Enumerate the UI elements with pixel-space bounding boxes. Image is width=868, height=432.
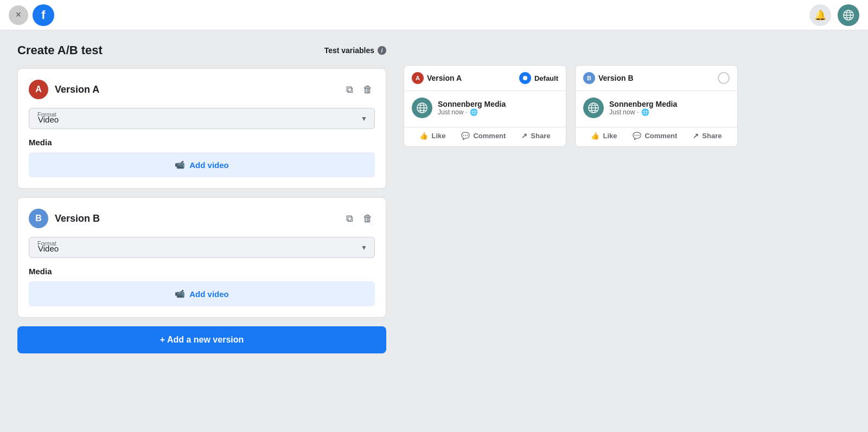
version-a-delete-button[interactable]: 🗑	[361, 82, 375, 98]
share-icon-b: ↗	[693, 132, 699, 140]
version-b-add-video-button[interactable]: 📹 Add video	[29, 281, 375, 306]
info-icon: i	[378, 46, 386, 55]
version-b-format-select[interactable]: Video Image Carousel	[29, 237, 375, 258]
version-b-name: Version B	[55, 213, 344, 224]
post-info-b: Sonnenberg Media Just now · 🌐	[609, 100, 677, 116]
close-button[interactable]: ×	[9, 5, 28, 25]
version-a-name: Version A	[55, 84, 344, 95]
preview-a-actions: 👍 Like 💬 Comment ↗ Share	[404, 127, 566, 146]
preview-b-comment[interactable]: 💬 Comment	[633, 132, 677, 140]
main-content: Create A/B test Test variables i A Versi…	[0, 30, 868, 432]
comment-label-a: Comment	[473, 132, 506, 140]
trash-icon: 🗑	[363, 84, 373, 95]
preview-b-badge: B	[583, 72, 595, 84]
version-b-delete-button[interactable]: 🗑	[361, 211, 375, 227]
default-circle-icon	[519, 72, 531, 84]
test-variables-button[interactable]: Test variables i	[324, 46, 386, 55]
version-b-header: B Version B ⧉ 🗑	[29, 209, 375, 228]
post-globe-icon-b	[588, 102, 599, 114]
page-header: Create A/B test Test variables i	[17, 43, 386, 57]
preview-a-default-label: Default	[534, 74, 558, 82]
version-a-add-video-label: Add video	[189, 160, 229, 170]
preview-b-actions: 👍 Like 💬 Comment ↗ Share	[576, 127, 737, 146]
version-b-format-wrap: Format Video Image Carousel ▼	[29, 237, 375, 258]
preview-a-default-badge: Default	[519, 72, 558, 84]
version-b-media-label: Media	[29, 267, 375, 276]
right-panel: A Version A Default	[404, 43, 851, 419]
user-avatar[interactable]	[838, 4, 859, 26]
preview-card-b-header: B Version B	[576, 66, 737, 91]
version-a-format-wrap: Format Video Image Carousel ▼	[29, 108, 375, 129]
preview-b-version-indicator: B Version B	[583, 72, 634, 84]
share-label-b: Share	[702, 132, 722, 140]
preview-b-like[interactable]: 👍 Like	[591, 132, 617, 140]
duplicate-icon-b: ⧉	[346, 213, 353, 224]
left-panel: Create A/B test Test variables i A Versi…	[17, 43, 386, 419]
preview-a-comment[interactable]: 💬 Comment	[461, 132, 506, 140]
add-new-version-label: + Add a new version	[160, 335, 244, 345]
preview-a-share[interactable]: ↗ Share	[521, 132, 550, 140]
preview-a-like[interactable]: 👍 Like	[419, 132, 445, 140]
post-meta-b: Just now · 🌐	[609, 108, 677, 116]
preview-b-select-default[interactable]	[718, 72, 730, 84]
globe-small-icon-b: 🌐	[641, 108, 649, 116]
version-a-media-label: Media	[29, 138, 375, 147]
globe-icon	[843, 9, 854, 21]
video-plus-icon-b: 📹	[175, 289, 185, 299]
notifications-button[interactable]: 🔔	[809, 4, 831, 26]
preview-b-share[interactable]: ↗ Share	[693, 132, 722, 140]
video-plus-icon: 📹	[175, 160, 185, 170]
version-a-header: A Version A ⧉ 🗑	[29, 80, 375, 99]
preview-a-post-header: Sonnenberg Media Just now · 🌐	[404, 91, 566, 122]
add-new-version-button[interactable]: + Add a new version	[17, 326, 386, 353]
preview-card-a-header: A Version A Default	[404, 66, 566, 91]
post-globe-icon-a	[416, 102, 428, 114]
version-b-add-video-label: Add video	[189, 289, 229, 299]
post-meta-a: Just now · 🌐	[438, 108, 506, 116]
version-b-actions: ⧉ 🗑	[344, 211, 375, 227]
version-a-badge: A	[29, 80, 48, 99]
close-icon: ×	[16, 9, 22, 21]
post-name-a: Sonnenberg Media	[438, 100, 506, 108]
preview-a-badge: A	[412, 72, 424, 84]
post-avatar-a	[412, 98, 432, 118]
trash-icon-b: 🗑	[363, 213, 373, 224]
preview-a-version-indicator: A Version A	[412, 72, 462, 84]
version-a-card: A Version A ⧉ 🗑 Format Video Image Carou…	[17, 68, 386, 189]
globe-small-icon-a: 🌐	[470, 108, 478, 116]
preview-b-version-label: Version B	[598, 74, 634, 82]
comment-label-b: Comment	[644, 132, 677, 140]
post-time-b: Just now	[609, 108, 635, 116]
version-a-format-select[interactable]: Video Image Carousel	[29, 108, 375, 129]
share-icon-a: ↗	[521, 132, 527, 140]
version-a-duplicate-button[interactable]: ⧉	[344, 82, 355, 98]
version-b-duplicate-button[interactable]: ⧉	[344, 211, 355, 227]
post-name-b: Sonnenberg Media	[609, 100, 677, 108]
facebook-logo: f	[33, 4, 54, 26]
comment-icon-b: 💬	[633, 132, 641, 140]
topbar: × f 🔔	[0, 0, 868, 30]
version-a-actions: ⧉ 🗑	[344, 82, 375, 98]
bell-icon: 🔔	[814, 9, 826, 21]
topbar-right: 🔔	[809, 4, 859, 26]
post-meta-dot-a: ·	[465, 108, 467, 116]
version-b-card: B Version B ⧉ 🗑 Format Video Image Carou…	[17, 197, 386, 318]
version-b-format-label: Format	[37, 240, 56, 247]
preview-b-post-header: Sonnenberg Media Just now · 🌐	[576, 91, 737, 122]
fb-letter: f	[41, 8, 45, 22]
preview-card-a: A Version A Default	[404, 65, 566, 147]
like-icon-a: 👍	[419, 132, 428, 140]
version-b-badge: B	[29, 209, 48, 228]
default-circle-inner	[523, 76, 527, 80]
like-label-b: Like	[603, 132, 617, 140]
like-icon-b: 👍	[591, 132, 599, 140]
preview-card-b: B Version B Sonnenberg Media	[575, 65, 738, 147]
version-a-add-video-button[interactable]: 📹 Add video	[29, 152, 375, 177]
comment-icon-a: 💬	[461, 132, 470, 140]
share-label-a: Share	[531, 132, 550, 140]
test-variables-label: Test variables	[324, 46, 374, 55]
version-a-format-label: Format	[37, 111, 56, 118]
post-time-a: Just now	[438, 108, 463, 116]
like-label-a: Like	[431, 132, 445, 140]
post-info-a: Sonnenberg Media Just now · 🌐	[438, 100, 506, 116]
